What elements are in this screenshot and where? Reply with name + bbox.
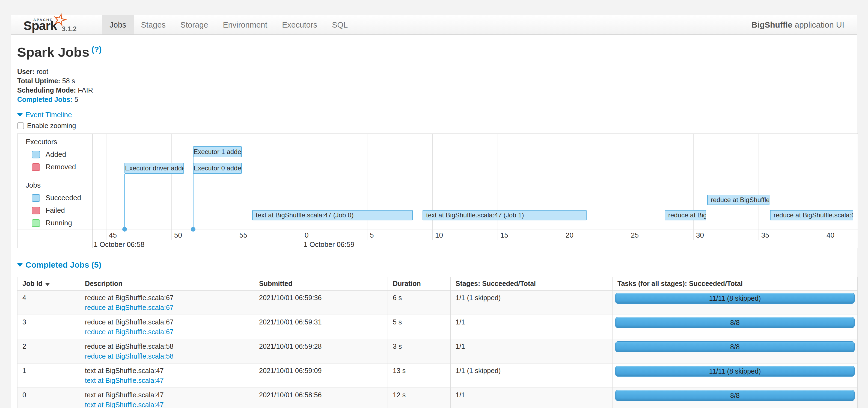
timeline-job-bar[interactable]: reduce at BigShuffle.sca (707, 195, 770, 205)
cell-duration: 5 s (388, 315, 451, 339)
legend-swatch-removed (32, 163, 40, 171)
description-link[interactable]: reduce at BigShuffle.scala:67 (85, 328, 249, 336)
table-row-job-0: 0text at BigShuffle.scala:47text at BigS… (18, 388, 858, 408)
timeline-legend: ExecutorsAddedRemovedJobsSucceededFailed… (18, 134, 92, 227)
summary-label-completed-jobs[interactable]: Completed Jobs: (17, 95, 72, 103)
timeline-job-bar[interactable]: text at BigShuffle.scala:47 (Job 0) (252, 210, 413, 221)
cell-duration: 13 s (388, 363, 451, 388)
timeline-job-bar[interactable]: reduce at BigSh (665, 210, 706, 221)
legend-label: Removed (45, 163, 76, 171)
axis-tick-label: 25 (631, 231, 639, 239)
timeline-job-bar[interactable]: reduce at BigShuffle.scala:67 (J (770, 210, 853, 221)
nav-tab-jobs[interactable]: Jobs (102, 15, 133, 34)
app-container: APACHE Spark ★ 3.1.2 JobsStagesStorageEn… (11, 15, 857, 408)
cell-stages: 1/1 (451, 315, 613, 339)
sort-desc-icon (45, 283, 50, 286)
cell-job-id: 3 (18, 315, 80, 339)
timeline-job-bar[interactable]: text at BigShuffle.scala:47 (Job 1) (423, 210, 587, 221)
summary-value-completed-jobs: 5 (72, 95, 78, 103)
summary-label-user: User: (17, 68, 35, 76)
description-link[interactable]: reduce at BigShuffle.scala:58 (85, 352, 249, 360)
axis-tick-label: 20 (565, 231, 574, 239)
nav-tab-sql[interactable]: SQL (324, 15, 355, 34)
axis-tick-label: 45 (109, 231, 117, 239)
page-title: Spark Jobs(?) (17, 45, 857, 60)
tasks-progress-bar: 8/8 (615, 390, 855, 401)
column-header-label: Tasks (for all stages): Succeeded/Total (617, 280, 743, 287)
column-header-submitted[interactable]: Submitted (254, 277, 388, 291)
description-link[interactable]: text at BigShuffle.scala:47 (85, 377, 249, 384)
tasks-progress-bar: 8/8 (615, 341, 855, 352)
nav-tab-executors[interactable]: Executors (275, 15, 324, 34)
cell-job-id: 1 (18, 363, 80, 388)
legend-swatch-added (32, 151, 40, 158)
cell-job-id: 2 (18, 339, 80, 363)
summary-value-user: root (35, 68, 48, 76)
spark-logo-wordmark: APACHE Spark ★ (24, 18, 57, 34)
column-header-duration[interactable]: Duration (388, 277, 451, 291)
event-timeline-toggle[interactable]: Event Timeline (17, 111, 72, 119)
gridline (563, 134, 563, 240)
cell-description: reduce at BigShuffle.scala:58reduce at B… (80, 339, 254, 363)
application-title: BigShuffle application UI (751, 15, 857, 34)
cell-submitted: 2021/10/01 06:59:09 (254, 363, 388, 388)
legend-item-removed: Removed (32, 163, 92, 171)
description-text: text at BigShuffle.scala:47 (85, 391, 249, 399)
description-text: text at BigShuffle.scala:47 (85, 367, 249, 374)
completed-jobs-heading[interactable]: Completed Jobs (5) (17, 260, 101, 269)
legend-group-title-executors: Executors (26, 138, 92, 146)
axis-tick-label: 40 (827, 231, 834, 239)
table-row-job-2: 2reduce at BigShuffle.scala:58reduce at … (18, 339, 858, 363)
axis-tick-label: 50 (174, 231, 182, 239)
legend-item-succeeded: Succeeded (32, 194, 92, 202)
gridline (758, 134, 759, 240)
column-header-label: Description (85, 280, 123, 287)
legend-swatch-succeeded (32, 194, 40, 202)
gridline (172, 134, 172, 240)
legend-label: Failed (45, 206, 65, 215)
cell-duration: 12 s (388, 388, 451, 408)
page-title-text: Spark Jobs (17, 45, 89, 60)
table-body: 4reduce at BigShuffle.scala:67reduce at … (18, 291, 858, 408)
description-link[interactable]: text at BigShuffle.scala:47 (85, 401, 249, 408)
table-header-row: Job IdDescriptionSubmittedDurationStages… (18, 277, 858, 291)
enable-zooming-label: Enable zooming (27, 122, 76, 130)
cell-description: reduce at BigShuffle.scala:67reduce at B… (80, 315, 254, 339)
collapse-caret-icon (17, 263, 23, 267)
axis-date-label: 1 October 06:59 (304, 240, 354, 248)
legend-label: Succeeded (45, 194, 81, 202)
tasks-progress-bar: 8/8 (615, 317, 855, 328)
nav-tab-environment[interactable]: Environment (215, 15, 275, 34)
gridline (628, 134, 628, 240)
table-row-job-4: 4reduce at BigShuffle.scala:67reduce at … (18, 291, 858, 315)
column-header-tasks-for-all-stages-succeeded-total[interactable]: Tasks (for all stages): Succeeded/Total (613, 277, 858, 291)
cell-tasks: 11/11 (8 skipped) (613, 291, 858, 315)
column-header-job-id[interactable]: Job Id (18, 277, 80, 291)
enable-zooming-checkbox[interactable] (17, 122, 24, 129)
collapse-caret-icon (17, 113, 23, 117)
nav-tab-stages[interactable]: Stages (134, 15, 173, 34)
legend-label: Added (45, 150, 66, 159)
cell-stages: 1/1 (451, 339, 613, 363)
gridline (824, 134, 824, 240)
summary-label-scheduling-mode: Scheduling Mode: (17, 86, 76, 94)
cell-submitted: 2021/10/01 06:59:28 (254, 339, 388, 363)
axis-tick-label: 0 (305, 231, 308, 239)
spark-logo[interactable]: APACHE Spark ★ 3.1.2 (11, 15, 85, 34)
description-link[interactable]: reduce at BigShuffle.scala:67 (85, 304, 249, 311)
legend-item-running: Running (32, 219, 92, 227)
help-link[interactable]: (?) (91, 45, 101, 54)
nav-tab-storage[interactable]: Storage (173, 15, 216, 34)
axis-tick-label: 15 (500, 231, 508, 239)
event-timeline-chart: ExecutorsAddedRemovedJobsSucceededFailed… (17, 134, 858, 248)
column-header-stages-succeeded-total[interactable]: Stages: Succeeded/Total (451, 277, 613, 291)
column-header-description[interactable]: Description (80, 277, 254, 291)
executor-event-executor-1-added: Executor 1 added (193, 146, 242, 157)
cell-description: text at BigShuffle.scala:47text at BigSh… (80, 388, 254, 408)
description-text: reduce at BigShuffle.scala:67 (85, 294, 249, 301)
enable-zooming-row: Enable zooming (17, 122, 857, 130)
axis-tick-label: 35 (761, 231, 769, 239)
column-header-label: Duration (393, 280, 421, 287)
gridline (302, 134, 302, 240)
executor-event-dot (122, 227, 127, 232)
